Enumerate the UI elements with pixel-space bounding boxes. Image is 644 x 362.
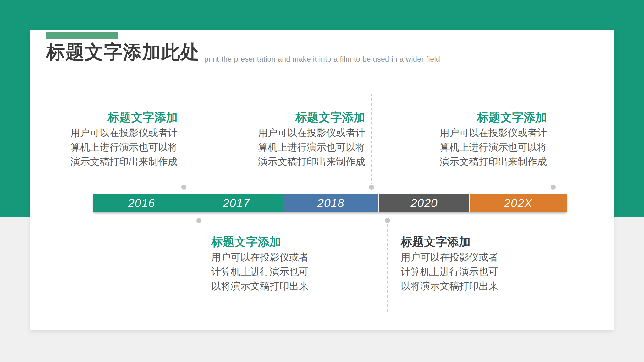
- event-body-line: 以将演示文稿打印出来: [211, 279, 346, 293]
- event-body-line: 演示文稿打印出来制作成: [412, 155, 547, 169]
- event-body-line: 用户可以在投影仪或者计: [412, 126, 547, 140]
- event-block-top-3: 标题文字添加 用户可以在投影仪或者计 算机上进行演示也可以将 演示文稿打印出来制…: [412, 111, 547, 169]
- event-body-line: 算机上进行演示也可以将: [412, 140, 547, 155]
- connector-dot: [551, 185, 556, 190]
- event-body-line: 算机上进行演示也可以将: [230, 140, 365, 155]
- slide-canvas: 标题文字添加此处 print the presentation and make…: [0, 0, 644, 362]
- connector-dashed-line: [371, 94, 372, 184]
- page-title: 标题文字添加此处: [46, 41, 200, 63]
- event-body-line: 用户可以在投影仪或者: [211, 250, 346, 265]
- timeline-segment-202X: 202X: [470, 194, 567, 212]
- connector-dashed-line: [184, 94, 184, 184]
- connector-dot: [385, 218, 390, 223]
- event-body-line: 算机上进行演示也可以将: [42, 140, 178, 155]
- title-accent-bar: [46, 32, 118, 39]
- event-block-top-2: 标题文字添加 用户可以在投影仪或者计 算机上进行演示也可以将 演示文稿打印出来制…: [230, 111, 365, 169]
- event-title: 标题文字添加: [412, 111, 547, 124]
- event-block-top-1: 标题文字添加 用户可以在投影仪或者计 算机上进行演示也可以将 演示文稿打印出来制…: [42, 111, 178, 169]
- event-body-line: 计算机上进行演示也可: [211, 265, 346, 279]
- event-body-line: 演示文稿打印出来制作成: [230, 155, 365, 169]
- connector-dashed-line: [199, 224, 199, 312]
- event-body-line: 计算机上进行演示也可: [401, 265, 536, 279]
- timeline-segment-label: 2018: [317, 197, 344, 210]
- event-title: 标题文字添加: [401, 235, 536, 249]
- event-body-line: 用户可以在投影仪或者计: [42, 126, 178, 140]
- connector-dot: [369, 185, 374, 190]
- event-body-line: 以将演示文稿打印出来: [401, 279, 536, 293]
- timeline-segment-2017: 2017: [190, 194, 283, 212]
- timeline-segment-label: 2016: [128, 197, 155, 210]
- connector-dot: [196, 218, 201, 223]
- connector-dashed-line: [553, 94, 553, 184]
- event-block-bottom-1: 标题文字添加 用户可以在投影仪或者 计算机上进行演示也可 以将演示文稿打印出来: [211, 235, 346, 293]
- timeline-segment-label: 2020: [410, 197, 438, 210]
- event-title: 标题文字添加: [230, 111, 365, 124]
- event-body-line: 演示文稿打印出来制作成: [42, 155, 178, 169]
- event-title: 标题文字添加: [211, 235, 346, 249]
- connector-dashed-line: [387, 224, 388, 312]
- slide-card: 标题文字添加此处 print the presentation and make…: [30, 30, 614, 330]
- timeline-segment-2020: 2020: [379, 194, 470, 212]
- timeline-segment-2016: 2016: [93, 194, 190, 212]
- event-block-bottom-2: 标题文字添加 用户可以在投影仪或者 计算机上进行演示也可 以将演示文稿打印出来: [401, 235, 536, 293]
- timeline-bar: 2016 2017 2018 2020 202X: [93, 194, 567, 212]
- page-subtitle: print the presentation and make it into …: [204, 55, 440, 63]
- event-body-line: 用户可以在投影仪或者计: [230, 126, 365, 140]
- event-title: 标题文字添加: [42, 111, 178, 124]
- connector-dot: [181, 185, 186, 190]
- timeline-segment-2018: 2018: [283, 194, 379, 212]
- timeline-segment-label: 202X: [504, 197, 532, 210]
- event-body-line: 用户可以在投影仪或者: [401, 250, 536, 265]
- timeline-segment-label: 2017: [223, 197, 250, 210]
